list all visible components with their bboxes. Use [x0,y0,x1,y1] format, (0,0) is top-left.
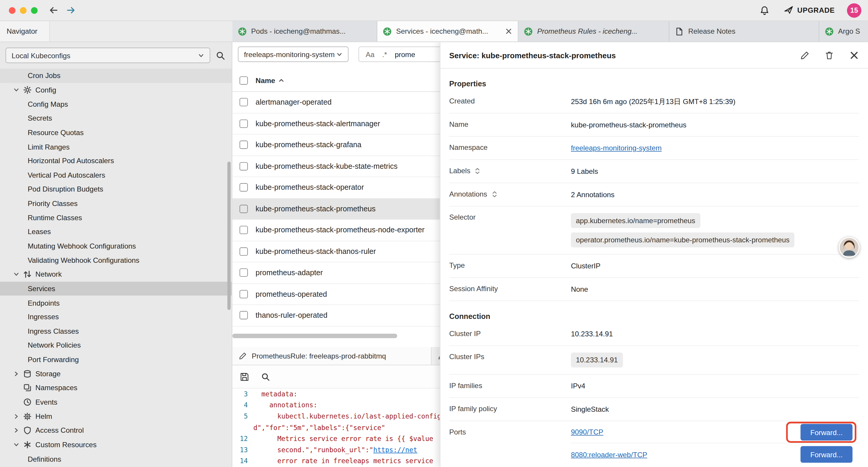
notification-count-badge[interactable]: 15 [847,3,862,18]
sidebar-item-mutating-webhook-configurations[interactable]: Mutating Webhook Configurations [0,239,232,253]
match-case-toggle[interactable]: Aa [366,50,375,58]
tab-label: Prometheus Rules - icecheng... [537,27,663,35]
navigator-panel-tab[interactable]: Navigator [0,21,50,41]
sidebar-item-priority-classes[interactable]: Priority Classes [0,196,232,210]
tab-services-icecheng-math[interactable]: Services - icecheng@math... [377,21,518,41]
sidebar-item-label: Port Forwarding [28,355,79,363]
tab-prometheus-rules-icecheng[interactable]: Prometheus Rules - icecheng... [519,21,670,41]
editor-tab-prometheusrule[interactable]: PrometheusRule: freeleaps-prod-rabbitmq [232,347,431,365]
sidebar-item-access-control[interactable]: Access Control [0,423,232,437]
sidebar-item-label: Resource Quotas [28,128,84,137]
sidebar-item-helm[interactable]: Helm [0,409,232,423]
sidebar-item-ingresses[interactable]: Ingresses [0,310,232,324]
forward-button[interactable]: Forward... [801,424,852,440]
sidebar-item-custom-resources[interactable]: Custom Resources [0,438,232,452]
sidebar-item-secrets[interactable]: Secrets [0,111,232,125]
sidebar-item-label: Secrets [28,114,52,122]
expand-toggle-icon[interactable] [491,191,498,197]
sidebar-item-config-maps[interactable]: Config Maps [0,97,232,111]
port-link[interactable]: 8080:reloader-web/TCP [571,449,647,459]
sidebar-item-horizontal-pod-autoscalers[interactable]: Horizontal Pod Autoscalers [0,154,232,168]
tab-label: Services - icecheng@math... [396,27,500,35]
save-icon[interactable] [240,372,249,381]
sidebar-item-resource-quotas[interactable]: Resource Quotas [0,125,232,140]
code-text: metadata: [253,388,298,400]
namespace-link[interactable]: freeleaps-monitoring-system [571,144,661,152]
tab-argo-s[interactable]: Argo S [819,21,868,41]
sidebar-item-cron-jobs[interactable]: Cron Jobs [0,68,232,83]
tab-pods-icecheng-mathmas[interactable]: Pods - icecheng@mathmas... [232,21,377,41]
forward-button[interactable]: Forward... [801,446,852,463]
back-icon[interactable] [49,6,58,15]
tab-release-notes[interactable]: Release Notes [670,21,819,41]
chevron-right-icon[interactable] [13,428,23,434]
sidebar-search-icon[interactable] [216,51,225,60]
row-checkbox[interactable] [240,141,248,149]
close-tab-icon[interactable] [505,28,512,35]
row-checkbox[interactable] [240,183,248,192]
expand-toggle-icon[interactable] [474,167,481,174]
sidebar-item-vertical-pod-autoscalers[interactable]: Vertical Pod Autoscalers [0,168,232,182]
port-link[interactable]: 9090/TCP [571,428,603,437]
upgrade-button[interactable]: UPGRADE [784,6,835,15]
chevron-right-icon[interactable] [13,371,23,377]
zoom-window-button[interactable] [31,7,37,13]
edit-icon[interactable] [801,51,809,59]
row-checkbox[interactable] [240,162,248,170]
sidebar-item-leases[interactable]: Leases [0,225,232,239]
document-tabs: Pods - icecheng@mathmas...Services - ice… [232,21,868,41]
close-window-button[interactable] [9,7,16,13]
delete-icon[interactable] [825,51,834,59]
sidebar-scrollbar[interactable] [227,162,231,310]
row-checkbox[interactable] [240,119,248,128]
kubeconfig-selector[interactable]: Local Kubeconfigs [6,48,210,63]
close-icon[interactable] [849,50,859,60]
row-checkbox[interactable] [240,247,248,256]
row-checkbox[interactable] [240,269,248,277]
property-value: IPv4 [571,381,859,391]
sidebar-item-pod-disruption-budgets[interactable]: Pod Disruption Budgets [0,182,232,196]
row-checkbox[interactable] [240,226,248,234]
horizontal-scrollbar[interactable] [232,334,440,339]
sidebar-item-events[interactable]: Events [0,395,232,409]
minimize-window-button[interactable] [20,7,26,13]
drawer-body: PropertiesCreated253d 16h 6m ago (2025年1… [440,68,868,467]
sidebar-item-definitions[interactable]: Definitions [0,452,232,466]
namespace-selector[interactable]: freeleaps-monitoring-system [238,47,348,62]
sidebar-item-port-forwarding[interactable]: Port Forwarding [0,352,232,367]
sidebar-item-storage[interactable]: Storage [0,367,232,381]
sidebar-item-runtime-classes[interactable]: Runtime Classes [0,210,232,225]
sort-asc-icon[interactable] [279,78,285,84]
scrollbar-thumb[interactable] [232,334,397,338]
sidebar-item-namespaces[interactable]: Namespaces [0,381,232,395]
user-avatar[interactable] [839,237,860,258]
row-checkbox[interactable] [240,98,248,107]
editor-search-icon[interactable] [261,372,270,381]
property-value: 253d 16h 6m ago (2025年1月13日 GMT+8 1:25:3… [571,97,859,107]
sidebar-item-validating-webhook-configurations[interactable]: Validating Webhook Configurations [0,253,232,267]
notifications-bell-icon[interactable] [760,5,770,16]
sidebar-item-endpoints[interactable]: Endpoints [0,296,232,310]
sidebar-item-services[interactable]: Services [0,282,232,296]
chevron-down-icon[interactable] [13,87,23,93]
sidebar-item-network[interactable]: Network [0,267,232,282]
regex-toggle[interactable]: .* [382,50,387,58]
row-checkbox[interactable] [240,205,248,213]
row-checkbox[interactable] [240,290,248,298]
sidebar-item-label: Config Maps [28,100,68,108]
sidebar-item-limit-ranges[interactable]: Limit Ranges [0,140,232,154]
chevron-right-icon[interactable] [13,413,23,419]
forward-icon[interactable] [66,6,76,15]
property-label-text: Session Affinity [449,284,498,293]
chevron-down-icon[interactable] [13,271,23,278]
window-controls [9,7,37,13]
sidebar-item-ingress-classes[interactable]: Ingress Classes [0,324,232,338]
name-column-header[interactable]: Name [255,76,275,85]
row-checkbox[interactable] [240,311,248,320]
chevron-down-icon[interactable] [13,442,23,448]
sidebar-item-network-policies[interactable]: Network Policies [0,338,232,352]
select-all-checkbox[interactable] [240,76,248,85]
kubernetes-icon [524,27,533,36]
sidebar-item-config[interactable]: Config [0,83,232,97]
drawer-title: Service: kube-prometheus-stack-prometheu… [449,51,785,59]
